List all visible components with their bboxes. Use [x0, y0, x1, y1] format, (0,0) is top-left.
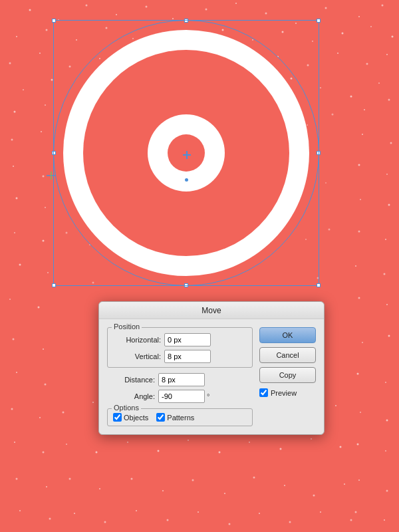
- distance-angle-fields: Distance: Angle: °: [107, 373, 253, 403]
- svg-point-148: [74, 513, 75, 514]
- preview-checkbox[interactable]: [259, 388, 268, 397]
- svg-point-129: [96, 452, 98, 454]
- objects-label: Objects: [124, 414, 148, 422]
- svg-point-0: [29, 9, 31, 11]
- vertical-input[interactable]: [164, 350, 211, 363]
- angle-field-row: Angle: °: [107, 390, 253, 403]
- dialog-right-panel: OK Cancel Copy Preview: [259, 327, 316, 426]
- patterns-checkbox[interactable]: [156, 413, 165, 422]
- options-checkbox-row: Objects Patterns: [113, 413, 247, 422]
- svg-point-104: [355, 511, 357, 513]
- svg-point-69: [388, 204, 390, 206]
- svg-point-62: [13, 166, 14, 167]
- svg-point-59: [41, 131, 42, 132]
- svg-point-76: [355, 265, 356, 267]
- svg-point-95: [43, 452, 45, 454]
- svg-point-58: [11, 139, 13, 141]
- horizontal-field-row: Horizontal:: [113, 333, 247, 346]
- objects-checkbox[interactable]: [113, 413, 122, 422]
- svg-point-57: [388, 99, 390, 101]
- svg-point-27: [9, 63, 11, 65]
- svg-point-112: [329, 229, 331, 231]
- angle-input[interactable]: [158, 390, 205, 403]
- distance-input[interactable]: [158, 373, 205, 386]
- distance-field-row: Distance:: [107, 373, 253, 386]
- svg-point-72: [358, 231, 360, 233]
- preview-row: Preview: [259, 387, 316, 397]
- copy-button[interactable]: Copy: [259, 367, 316, 383]
- svg-point-92: [360, 412, 361, 413]
- options-group: Options Objects Patterns: [107, 408, 253, 426]
- position-group: Position Horizontal: Vertical:: [107, 327, 253, 368]
- dialog-title: Move: [201, 306, 221, 315]
- svg-point-70: [14, 232, 15, 233]
- crosshair-left-indicator: [47, 172, 60, 180]
- patterns-label: Patterns: [167, 414, 194, 422]
- svg-point-71: [43, 240, 45, 242]
- center-crosshair: [183, 151, 191, 159]
- svg-point-135: [280, 448, 282, 450]
- svg-point-74: [19, 264, 21, 266]
- svg-point-134: [249, 442, 250, 443]
- svg-point-130: [127, 442, 128, 443]
- svg-point-40: [386, 54, 388, 55]
- svg-point-4: [146, 6, 148, 8]
- svg-point-2: [86, 5, 88, 7]
- svg-point-143: [224, 493, 225, 494]
- svg-point-141: [162, 490, 164, 491]
- svg-point-119: [92, 402, 94, 403]
- svg-point-145: [284, 485, 285, 486]
- svg-point-101: [386, 490, 388, 492]
- svg-point-140: [131, 478, 133, 480]
- svg-point-155: [289, 521, 291, 523]
- dialog-title-bar: Move: [99, 302, 324, 319]
- svg-point-63: [43, 176, 45, 178]
- svg-point-68: [360, 199, 361, 200]
- svg-point-81: [386, 304, 388, 305]
- objects-checkbox-item[interactable]: Objects: [113, 413, 148, 422]
- svg-point-137: [340, 446, 342, 448]
- svg-point-86: [16, 372, 17, 373]
- angle-unit: °: [207, 392, 209, 400]
- vertical-label: Vertical:: [113, 352, 161, 360]
- svg-point-142: [192, 479, 194, 481]
- svg-point-82: [13, 338, 15, 340]
- svg-point-65: [386, 174, 388, 175]
- patterns-checkbox-item[interactable]: Patterns: [156, 413, 194, 422]
- cancel-button[interactable]: Cancel: [259, 347, 316, 363]
- svg-point-13: [16, 36, 17, 37]
- svg-point-73: [385, 239, 386, 240]
- svg-point-41: [23, 89, 24, 90]
- svg-point-78: [9, 299, 11, 300]
- horizontal-input[interactable]: [164, 333, 211, 346]
- svg-point-96: [357, 444, 359, 446]
- center-dot: [185, 178, 188, 182]
- horizontal-label: Horizontal:: [113, 336, 161, 344]
- svg-point-79: [38, 307, 40, 309]
- svg-point-97: [385, 450, 386, 452]
- svg-point-93: [386, 420, 388, 422]
- svg-point-53: [378, 82, 380, 84]
- svg-point-12: [382, 5, 384, 7]
- svg-point-24: [342, 33, 344, 35]
- svg-point-66: [16, 198, 18, 200]
- svg-point-102: [19, 510, 21, 511]
- svg-point-139: [99, 488, 100, 489]
- svg-point-77: [384, 273, 386, 275]
- svg-point-54: [14, 111, 16, 113]
- svg-point-26: [392, 36, 394, 38]
- dialog-body: Position Horizontal: Vertical: Distance:…: [99, 319, 324, 434]
- svg-point-150: [136, 510, 137, 511]
- svg-point-56: [364, 109, 365, 110]
- dialog-left-panel: Position Horizontal: Vertical: Distance:…: [107, 327, 253, 426]
- svg-point-99: [46, 486, 47, 487]
- svg-point-156: [320, 511, 321, 513]
- svg-point-144: [253, 477, 255, 479]
- svg-point-6: [205, 9, 207, 11]
- svg-point-39: [366, 63, 368, 65]
- svg-point-83: [43, 348, 44, 350]
- ok-button[interactable]: OK: [259, 327, 316, 343]
- svg-point-147: [344, 483, 345, 485]
- svg-point-25: [370, 26, 372, 27]
- svg-point-90: [11, 408, 13, 410]
